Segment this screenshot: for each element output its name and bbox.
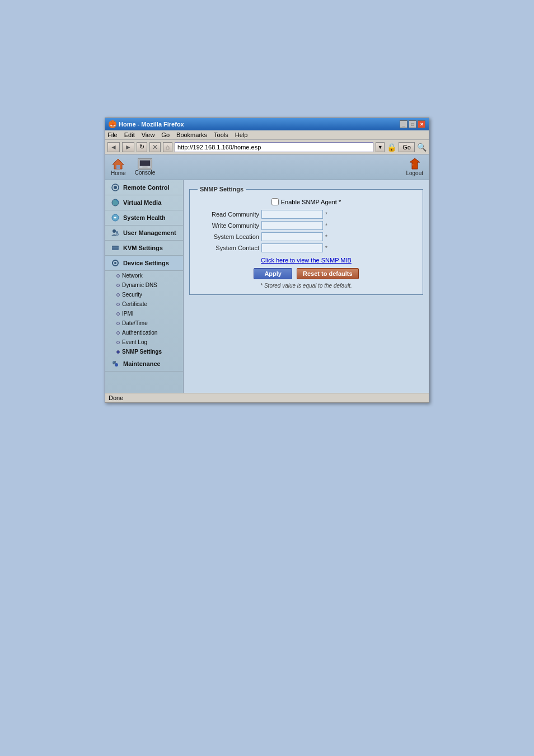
sidebar-sub-certificate[interactable]: Certificate	[105, 299, 183, 309]
home-label: Home	[111, 170, 126, 176]
device-settings-icon	[111, 259, 120, 267]
ipmi-bullet	[116, 312, 120, 316]
event-log-bullet	[116, 341, 120, 344]
search-icon[interactable]: 🔍	[417, 143, 427, 152]
status-text: Done	[109, 395, 123, 401]
read-community-input[interactable]	[261, 210, 323, 219]
sidebar-sub-snmp-settings[interactable]: SNMP Settings	[105, 347, 183, 356]
snmp-legend: SNMP Settings	[198, 186, 246, 192]
sidebar-sub-security[interactable]: Security	[105, 290, 183, 299]
menu-bar: File Edit View Go Bookmarks Tools Help	[105, 130, 429, 140]
window-title: Home - Mozilla Firefox	[119, 121, 184, 128]
svg-point-8	[114, 186, 117, 189]
system-health-icon: ✦	[111, 213, 120, 222]
sidebar-item-kvm-settings[interactable]: KVM Settings	[105, 241, 183, 256]
refresh-button[interactable]: ↻	[137, 142, 147, 152]
enable-snmp-label: Enable SNMP Agent *	[281, 199, 341, 205]
kvm-settings-icon	[111, 243, 120, 252]
sidebar-item-system-health[interactable]: ✦ System Health	[105, 210, 183, 226]
svg-rect-4	[142, 167, 147, 168]
network-bullet	[116, 274, 120, 278]
menu-file[interactable]: File	[107, 132, 118, 138]
system-location-asterisk: *	[325, 234, 327, 240]
menu-edit[interactable]: Edit	[124, 132, 135, 138]
virtual-media-icon	[111, 198, 120, 207]
menu-view[interactable]: View	[142, 132, 155, 138]
forward-button[interactable]: ►	[122, 142, 134, 152]
menu-tools[interactable]: Tools	[214, 132, 228, 138]
enable-snmp-checkbox[interactable]	[271, 198, 279, 205]
reset-button[interactable]: Reset to defaults	[297, 268, 359, 279]
address-dropdown[interactable]: ▼	[376, 142, 385, 152]
go-button[interactable]: Go	[399, 142, 415, 152]
authentication-label: Authentication	[122, 330, 157, 336]
status-bar: Done	[105, 393, 429, 402]
logout-nav-item[interactable]: ! Logout	[406, 158, 423, 176]
back-button[interactable]: ◄	[107, 142, 120, 152]
stop-button[interactable]: ✕	[149, 142, 161, 152]
snmp-enable-row: Enable SNMP Agent *	[198, 198, 415, 205]
sidebar-sub-ipmi[interactable]: IPMI	[105, 309, 183, 318]
sidebar-label-maintenance: Maintenance	[123, 360, 161, 367]
close-button[interactable]: ✕	[418, 120, 425, 128]
maximize-button[interactable]: □	[409, 120, 416, 128]
sidebar-sub-authentication[interactable]: Authentication	[105, 328, 183, 337]
system-contact-asterisk: *	[325, 245, 327, 251]
sidebar-sub-dynamic-dns[interactable]: Dynamic DNS	[105, 280, 183, 290]
sidebar-sub-event-log[interactable]: Event Log	[105, 337, 183, 347]
security-bullet	[116, 293, 120, 297]
system-location-input[interactable]	[261, 232, 323, 241]
snmp-settings-label: SNMP Settings	[122, 349, 162, 355]
ipmi-label: IPMI	[122, 311, 134, 317]
ssl-icon: 🔒	[387, 143, 396, 152]
window-controls: _ □ ✕	[400, 120, 425, 128]
sidebar-label-user-management: User Management	[123, 229, 176, 236]
write-community-asterisk: *	[325, 223, 327, 229]
user-management-icon: ⚙	[111, 228, 120, 237]
svg-rect-3	[140, 161, 150, 166]
address-input[interactable]	[175, 142, 373, 152]
sidebar: Remote Control Virtual Media	[105, 180, 184, 393]
sidebar-sub-network[interactable]: Network	[105, 271, 183, 280]
remote-control-icon	[111, 183, 120, 192]
sidebar-label-kvm-settings: KVM Settings	[123, 245, 163, 251]
sidebar-item-virtual-media[interactable]: Virtual Media	[105, 195, 183, 210]
sidebar-label-device-settings: Device Settings	[123, 260, 169, 266]
sidebar-item-device-settings[interactable]: Device Settings	[105, 256, 183, 271]
sidebar-sub-datetime[interactable]: Date/Time	[105, 318, 183, 328]
sidebar-item-maintenance[interactable]: Maintenance	[105, 356, 183, 372]
snmp-settings-fieldset: SNMP Settings Enable SNMP Agent * Read C…	[189, 186, 423, 295]
event-log-label: Event Log	[122, 339, 147, 345]
system-contact-input[interactable]	[261, 243, 323, 252]
menu-go[interactable]: Go	[161, 132, 170, 138]
home-nav-item[interactable]: Home	[111, 158, 126, 176]
dynamic-dns-label: Dynamic DNS	[122, 282, 157, 288]
sidebar-item-remote-control[interactable]: Remote Control	[105, 180, 183, 195]
sidebar-label-virtual-media: Virtual Media	[123, 199, 161, 206]
snmp-mib-link[interactable]: Click here to view the SNMP MIB	[198, 257, 415, 264]
system-location-row: System Location *	[198, 232, 415, 241]
home-nav-button[interactable]: ⌂	[163, 142, 172, 152]
minimize-button[interactable]: _	[400, 120, 407, 128]
address-bar: ◄ ► ↻ ✕ ⌂ ▼ 🔒 Go 🔍	[105, 140, 429, 154]
svg-rect-1	[116, 165, 120, 169]
datetime-label: Date/Time	[122, 320, 148, 326]
home-icon	[111, 158, 125, 170]
svg-marker-5	[410, 158, 420, 169]
menu-help[interactable]: Help	[235, 132, 248, 138]
svg-text:✦: ✦	[113, 215, 117, 220]
console-nav-item[interactable]: Console	[135, 158, 156, 176]
read-community-label: Read Community	[198, 211, 259, 218]
certificate-bullet	[116, 303, 120, 306]
apply-button[interactable]: Apply	[254, 268, 292, 279]
write-community-label: Write Community	[198, 222, 259, 229]
sidebar-label-remote-control: Remote Control	[123, 184, 170, 191]
header-nav: Home Console	[111, 158, 155, 176]
browser-icon: 🦊	[109, 120, 116, 128]
page-content: Home Console	[105, 154, 429, 402]
snmp-note: * Stored value is equal to the default.	[198, 283, 415, 289]
menu-bookmarks[interactable]: Bookmarks	[176, 132, 207, 138]
browser-window: 🦊 Home - Mozilla Firefox _ □ ✕ File Edit…	[105, 118, 429, 403]
sidebar-item-user-management[interactable]: ⚙ User Management	[105, 226, 183, 241]
write-community-input[interactable]	[261, 221, 323, 230]
